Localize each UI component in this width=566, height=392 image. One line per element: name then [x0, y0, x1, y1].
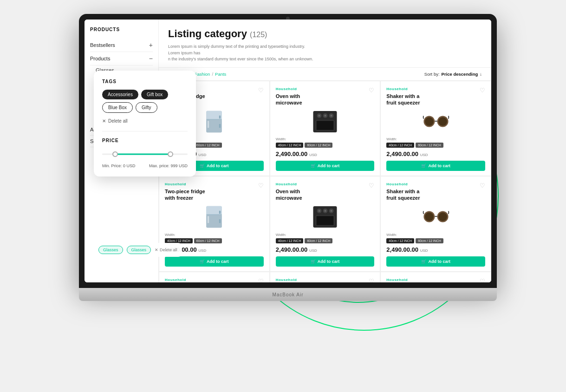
- price-range: Min. Price: 0 USD Max. price: 999 USD: [102, 163, 188, 168]
- svg-rect-3: [208, 121, 209, 128]
- add-to-cart-button[interactable]: 🛒 Add to cart: [276, 256, 375, 267]
- product-name: Shaker with afruit squeezer: [386, 93, 485, 106]
- plus-icon: +: [149, 41, 153, 49]
- x-small-icon: ✕: [155, 248, 158, 252]
- laptop-screen-inner: PRODUCTS Bestsellers + Products −: [85, 20, 491, 282]
- product-width-label: Width:: [386, 137, 485, 141]
- breadcrumb-pants[interactable]: Pants: [215, 72, 226, 77]
- product-card: Household ♡ Two-piece fridgewith freezer…: [159, 272, 270, 282]
- products-label: Products: [90, 56, 110, 61]
- add-to-cart-button[interactable]: 🛒 Add to cart: [386, 256, 485, 267]
- filter-panel: TAGS Accessories Gift box Blue Box Gifty…: [94, 71, 196, 176]
- product-price: 2,490.00.00 USD: [276, 246, 375, 253]
- laptop: PRODUCTS Bestsellers + Products −: [79, 14, 497, 320]
- product-width-label: Width:: [276, 137, 375, 141]
- product-sizes: 40cm / 12 INCH 60cm / 12 INCH: [165, 238, 264, 243]
- heart-icon[interactable]: ♡: [480, 182, 485, 189]
- heart-icon[interactable]: ♡: [258, 87, 264, 94]
- tag-blue-box[interactable]: Blue Box: [102, 102, 133, 113]
- svg-rect-23: [208, 216, 209, 223]
- size-tag-2[interactable]: 60cm / 12 INCH: [416, 143, 443, 148]
- tag-gifty[interactable]: Gifty: [136, 102, 157, 113]
- heart-icon[interactable]: ♡: [369, 182, 374, 189]
- listing-desc: Lorem Ipsum is simply dummy text of the …: [168, 44, 317, 63]
- size-tag-1[interactable]: 40cm / 12 INCH: [276, 238, 304, 243]
- product-card: Household ♡ Two-piece fridgewith freezer…: [159, 176, 270, 272]
- price-max: Max. price: 999 USD: [149, 163, 188, 168]
- product-sizes: 40cm / 12 INCH 60cm / 12 INCH: [386, 238, 485, 243]
- size-tag-2[interactable]: 60cm / 12 INCH: [194, 143, 222, 148]
- sort-bar: Sort by: Price descending ↓: [424, 72, 482, 77]
- svg-point-19: [438, 117, 447, 126]
- svg-point-14: [330, 115, 332, 117]
- heart-icon[interactable]: ♡: [369, 87, 374, 94]
- svg-point-33: [324, 210, 326, 212]
- product-width-label: Width:: [165, 233, 264, 237]
- heart-icon[interactable]: ♡: [369, 278, 374, 282]
- price-slider[interactable]: [102, 150, 188, 159]
- scene: PRODUCTS Bestsellers + Products −: [0, 0, 566, 392]
- product-price: 2,490.00.00 USD: [386, 246, 485, 253]
- cart-icon: 🛒: [311, 163, 316, 168]
- heart-icon[interactable]: ♡: [258, 278, 264, 282]
- applied-tag-glasses1[interactable]: Glasses: [98, 246, 123, 254]
- tag-accessories[interactable]: Accessories: [102, 90, 138, 99]
- add-to-cart-button[interactable]: 🛒 Add to cart: [386, 161, 485, 171]
- size-tag-1[interactable]: 40cm / 12 INCH: [276, 143, 304, 148]
- product-grid: Household ♡ Two-piece fridgewith freezer…: [159, 81, 491, 283]
- product-badge: Household: [386, 278, 485, 282]
- product-image: [276, 204, 375, 230]
- breadcrumb-fashion[interactable]: Fashion: [195, 72, 210, 77]
- product-card: Household ♡ Shaker with afruit squeezer …: [380, 81, 491, 176]
- sidebar-title: PRODUCTS: [90, 27, 153, 32]
- product-image: [276, 109, 375, 134]
- heart-icon[interactable]: ♡: [480, 87, 485, 94]
- price-section-title: PRICE: [102, 138, 188, 143]
- x-icon: ✕: [102, 118, 106, 124]
- add-to-cart-button[interactable]: 🛒 Add to cart: [276, 161, 375, 171]
- size-tag-2[interactable]: 60cm / 12 INCH: [194, 238, 222, 243]
- applied-filters: Glasses Glasses ✕ Delete all: [94, 243, 182, 257]
- sidebar-item-bestsellers[interactable]: Bestsellers +: [90, 39, 153, 52]
- breadcrumb-sep2: /: [212, 72, 213, 77]
- laptop-base: MacBook Air: [79, 288, 497, 301]
- cart-icon: 🛒: [200, 163, 205, 168]
- tag-gift-box[interactable]: Gift box: [141, 90, 168, 99]
- size-tag-1[interactable]: 40cm / 12 INCH: [386, 143, 414, 148]
- svg-rect-5: [219, 124, 221, 128]
- product-card: Household ♡ Oven withmicrowave Width: 40…: [270, 272, 381, 282]
- size-tag-2[interactable]: 60cm / 12 INCH: [305, 143, 332, 148]
- cart-icon: 🛒: [200, 259, 205, 264]
- bestsellers-label: Bestsellers: [90, 42, 115, 48]
- sort-value[interactable]: Price descending: [442, 72, 478, 77]
- sort-label: Sort by:: [424, 72, 440, 77]
- product-badge: Household: [276, 87, 375, 91]
- size-tag-1[interactable]: 40cm / 12 INCH: [386, 238, 414, 243]
- size-tag-2[interactable]: 60cm / 12 INCH: [416, 238, 443, 243]
- price-min: Min. Price: 0 USD: [102, 163, 136, 168]
- product-badge: Household: [386, 87, 485, 91]
- minus-icon: −: [149, 55, 153, 62]
- heart-icon[interactable]: ♡: [258, 182, 264, 189]
- cart-icon: 🛒: [421, 259, 426, 264]
- applied-delete-all[interactable]: ✕ Delete all: [155, 248, 177, 252]
- product-price: 2,490.00.00 USD: [386, 150, 485, 157]
- size-tag-2[interactable]: 60cm / 12 INCH: [305, 238, 332, 243]
- svg-rect-35: [317, 216, 333, 225]
- product-name: Shaker with afruit squeezer: [386, 188, 485, 202]
- heart-icon[interactable]: ♡: [480, 278, 485, 282]
- slider-thumb-max[interactable]: [168, 151, 173, 157]
- laptop-screen-outer: PRODUCTS Bestsellers + Products −: [79, 14, 497, 288]
- svg-rect-25: [219, 219, 221, 223]
- applied-tag-glasses2[interactable]: Glasses: [127, 246, 151, 254]
- svg-rect-4: [219, 115, 221, 118]
- product-badge: Household: [276, 278, 375, 282]
- sidebar-item-products[interactable]: Products −: [90, 52, 153, 65]
- add-to-cart-button[interactable]: 🛒 Add to cart: [165, 256, 264, 267]
- cart-icon: 🛒: [311, 259, 316, 264]
- svg-point-34: [330, 210, 332, 212]
- tags-delete-all[interactable]: ✕ Delete all: [102, 118, 188, 124]
- slider-thumb-min[interactable]: [112, 151, 118, 157]
- svg-point-13: [324, 115, 326, 117]
- product-image: [165, 204, 264, 230]
